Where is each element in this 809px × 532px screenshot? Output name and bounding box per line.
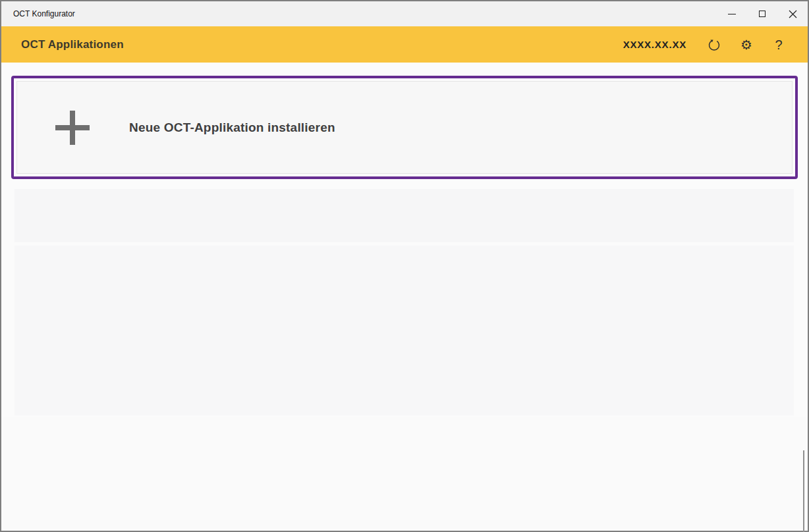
placeholder-block (14, 189, 794, 242)
header-actions: XXXX.XX.XX ⚙ ? (623, 37, 808, 53)
app-window: OCT Konfigurator OCT Applikationen XXXX.… (0, 0, 809, 532)
app-header: OCT Applikationen XXXX.XX.XX ⚙ ? (1, 26, 808, 63)
help-button[interactable]: ? (771, 37, 787, 53)
window-title: OCT Konfigurator (1, 9, 75, 18)
install-card-inner: Neue OCT-Applikation installieren (16, 81, 793, 174)
plus-icon (53, 109, 92, 147)
minimize-button[interactable] (717, 1, 747, 26)
main-content: Neue OCT-Applikation installieren (1, 63, 808, 531)
version-label: XXXX.XX.XX (623, 39, 686, 50)
close-icon (789, 10, 797, 18)
minimize-icon (728, 14, 736, 14)
window-controls (717, 1, 808, 26)
page-title: OCT Applikationen (1, 38, 124, 51)
install-new-application-button[interactable]: Neue OCT-Applikation installieren (11, 76, 798, 179)
question-mark-icon: ? (775, 38, 782, 51)
install-card-label: Neue OCT-Applikation installieren (129, 120, 335, 135)
titlebar: OCT Konfigurator (1, 1, 808, 26)
gear-icon: ⚙ (740, 38, 752, 51)
vertical-scrollbar-thumb[interactable] (803, 450, 804, 532)
close-button[interactable] (777, 1, 808, 26)
settings-button[interactable]: ⚙ (739, 37, 754, 53)
empty-area (1, 417, 808, 531)
refresh-button[interactable] (706, 37, 722, 53)
placeholder-block (14, 246, 794, 415)
maximize-icon (759, 11, 766, 17)
refresh-icon (707, 38, 721, 52)
maximize-button[interactable] (747, 1, 777, 26)
